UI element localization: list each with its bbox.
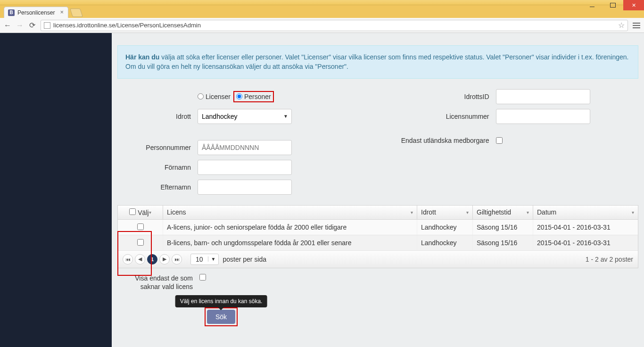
grid-count-label: 1 - 2 av 2 poster [586,256,633,263]
select-all-checkbox[interactable] [129,208,136,215]
fornamn-label: Förnamn [117,164,198,171]
browser-tab[interactable]: B Personlicenser × [4,7,68,18]
page-next-button[interactable]: ▶ [159,254,170,264]
chevron-down-icon[interactable]: ▾ [411,210,413,215]
endast-utl-checkbox[interactable] [496,137,503,144]
radio-licenser-input[interactable] [198,93,204,99]
bookmark-star-icon[interactable]: ☆ [618,21,625,30]
search-form: Licenser Personer Idrott Landhockey [117,85,638,198]
radio-personer[interactable]: Personer [236,93,271,100]
col-idrott[interactable]: Idrott▾ [417,206,473,219]
back-button[interactable]: ← [4,22,11,29]
left-sidebar [0,33,112,347]
grid-pager: ⏮ ◀ 1 ▶ ⏭ 10 ▼ poster per sida 1 - 2 av … [118,251,638,268]
personnummer-input[interactable] [198,140,292,155]
page-prev-button[interactable]: ◀ [135,254,145,264]
maximize-button[interactable] [603,0,623,10]
browser-menu-icon[interactable] [633,23,640,28]
minimize-button[interactable] [582,0,603,10]
col-valj[interactable]: Välj▾ [118,206,163,219]
close-window-button[interactable] [623,0,644,10]
efternamn-label: Efternamn [117,183,198,191]
chevron-down-icon[interactable]: ▾ [466,210,469,215]
license-grid: Välj▾ Licens▾ Idrott▾ Giltighetstid▾ Dat… [117,205,638,268]
os-titlebar [0,0,644,5]
col-datum-label: Datum [537,208,556,216]
reload-button[interactable]: ⟳ [28,22,36,29]
missing-license-checkbox[interactable] [199,274,206,281]
col-idrott-label: Idrott [421,208,436,216]
browser-tabstrip: B Personlicenser × [0,5,644,18]
info-rest: välja att söka efter licenser eller pers… [125,53,629,70]
row-checkbox[interactable] [137,239,144,246]
radio-personer-label: Personer [244,93,271,100]
cell-licens: B-licens, barn- och ungdomsspelare födda… [163,235,417,250]
idrott-label: Idrott [117,113,198,120]
tab-title: Personlicenser [17,9,55,16]
col-valj-label: Välj [138,209,149,216]
page-current[interactable]: 1 [147,254,157,264]
grid-header: Välj▾ Licens▾ Idrott▾ Giltighetstid▾ Dat… [118,206,638,220]
forward-button[interactable]: → [16,22,24,29]
window-controls [582,0,644,10]
radio-licenser-label: Licenser [206,93,231,100]
table-row: A-licens, junior- och seniorspelare född… [118,220,638,235]
missing-license-label: Visa endast de som saknar vald licens [117,274,193,292]
col-giltighet-label: Giltighetstid [477,208,511,216]
row-checkbox[interactable] [137,223,144,230]
page-last-button[interactable]: ⏭ [172,254,182,264]
licensnummer-label: Licensnummer [378,113,496,120]
cell-giltighet: Säsong 15/16 [473,220,533,235]
favicon: B [8,9,15,16]
chevron-down-icon[interactable]: ▾ [149,210,151,215]
info-lead: Här kan du [125,53,159,61]
chevron-down-icon: ▼ [208,256,219,262]
cell-licens: A-licens, junior- och seniorspelare född… [163,220,417,235]
col-giltighet[interactable]: Giltighetstid▾ [473,206,533,219]
browser-toolbar: ← → ⟳ licenses.idrottonline.se/License/P… [0,18,644,33]
table-row: B-licens, barn- och ungdomsspelare födda… [118,235,638,251]
chevron-down-icon[interactable]: ▾ [527,210,529,215]
efternamn-input[interactable] [198,180,292,195]
cell-idrott: Landhockey [417,235,473,250]
col-datum[interactable]: Datum▾ [533,206,638,219]
radio-personer-input[interactable] [236,93,242,99]
personnummer-label: Personnummer [117,144,198,151]
sok-tooltip: Välj en licens innan du kan söka. [175,295,267,307]
radio-licenser[interactable]: Licenser [198,93,231,100]
page-icon [44,22,50,29]
cell-datum: 2015-04-01 - 2016-03-31 [533,235,638,250]
col-licens-label: Licens [167,208,186,216]
fornamn-input[interactable] [198,160,292,175]
cell-datum: 2015-04-01 - 2016-03-31 [533,220,638,235]
idrottsid-input[interactable] [496,89,590,104]
new-tab-button[interactable] [70,8,83,17]
main-content: Här kan du välja att söka efter licenser… [112,33,644,347]
idrott-select[interactable]: Landhockey [198,109,292,124]
page-size-select[interactable]: 10 ▼ [190,254,219,265]
address-bar[interactable]: licenses.idrottonline.se/License/PersonL… [41,20,628,31]
idrottsid-label: IdrottsID [378,93,496,100]
missing-license-row: Visa endast de som saknar vald licens [117,274,638,292]
endast-utl-label: Endast utländska medborgare [378,136,496,145]
page-size-value: 10 [191,256,208,263]
per-page-label: poster per sida [223,256,266,263]
close-tab-icon[interactable]: × [58,9,65,16]
col-licens[interactable]: Licens▾ [163,206,417,219]
info-banner: Här kan du välja att söka efter licenser… [117,45,638,79]
licensnummer-input[interactable] [496,109,590,124]
cell-idrott: Landhockey [417,220,473,235]
app-body: Här kan du välja att söka efter licenser… [0,33,644,347]
cell-giltighet: Säsong 15/16 [473,235,533,250]
sok-wrapper: Välj en licens innan du kan söka. Sök [205,307,238,326]
page-first-button[interactable]: ⏮ [123,254,133,264]
chevron-down-icon[interactable]: ▾ [632,210,634,215]
url-text: licenses.idrottonline.se/License/PersonL… [53,22,201,29]
